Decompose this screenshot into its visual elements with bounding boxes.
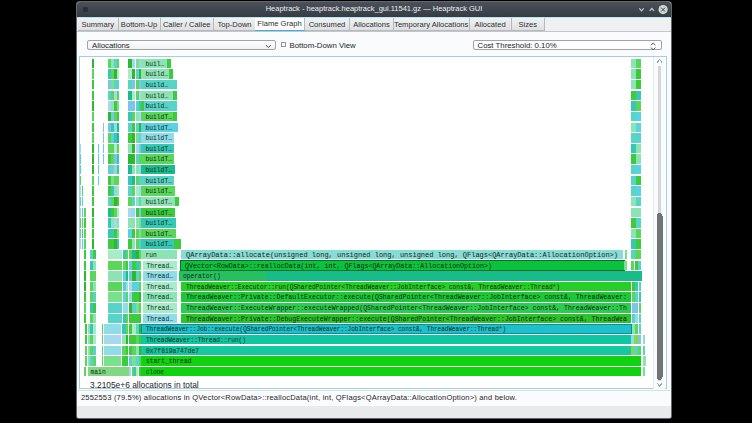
svg-text:buildT…: buildT…	[146, 146, 173, 153]
svg-text:run: run	[146, 252, 158, 259]
svg-text:buildT…: buildT…	[146, 220, 173, 227]
svg-text:0x7f819a747de7: 0x7f819a747de7	[146, 348, 199, 355]
svg-text:start_thread: start_thread	[146, 358, 192, 365]
svg-text:buildT…: buildT…	[146, 188, 173, 195]
svg-text:build…: build…	[146, 93, 169, 100]
svg-text:Thread…: Thread…	[147, 294, 174, 301]
svg-text:Thread…: Thread…	[147, 263, 174, 270]
svg-text:ThreadWeaver::ExecuteWrapper::: ThreadWeaver::ExecuteWrapper::executeWra…	[186, 305, 627, 312]
svg-text:build…: build…	[146, 103, 169, 110]
svg-text:ThreadWeaver::Thread::run(): ThreadWeaver::Thread::run()	[146, 337, 246, 344]
svg-text:buildT…: buildT…	[146, 231, 173, 238]
svg-text:ThreadWeaver::Private::DebugEx: ThreadWeaver::Private::DebugExecuteWrapp…	[186, 316, 627, 323]
svg-text:buil…: buil…	[146, 61, 165, 68]
svg-text:buildT…: buildT…	[146, 199, 173, 206]
svg-text:buildT…: buildT…	[146, 241, 173, 248]
svg-text:Thread…: Thread…	[147, 305, 174, 312]
svg-text:Thread…: Thread…	[147, 316, 174, 323]
svg-text:Thread…: Thread…	[147, 284, 174, 291]
svg-text:buildT…: buildT…	[146, 210, 173, 217]
svg-text:build…: build…	[146, 82, 169, 89]
svg-text:clone: clone	[146, 369, 164, 376]
svg-text:ThreadWeaver::Private::Default: ThreadWeaver::Private::DefaultExecutor::…	[186, 294, 627, 301]
svg-text:ThreadWeaver::Job::execute(QSh: ThreadWeaver::Job::execute(QSharedPointe…	[146, 326, 506, 333]
svg-text:QVector<RowData>::reallocData(: QVector<RowData>::reallocData(int, int, …	[185, 263, 492, 270]
svg-text:ThreadWeaver::Executor::run(QS: ThreadWeaver::Executor::run(QSharedPoint…	[186, 284, 560, 291]
svg-text:buildT…: buildT…	[146, 125, 173, 132]
svg-text:buildT…: buildT…	[146, 156, 173, 163]
svg-text:operator(): operator()	[183, 273, 221, 280]
svg-text:buildT…: buildT…	[146, 114, 173, 121]
svg-text:build…: build…	[146, 71, 169, 78]
svg-text:buildT…: buildT…	[146, 167, 173, 174]
svg-text:buildT…: buildT…	[146, 178, 173, 185]
svg-text:main: main	[91, 369, 106, 376]
svg-text:Thread…: Thread…	[147, 273, 174, 280]
svg-text:buildT…: buildT…	[146, 135, 173, 142]
svg-text:QArrayData::allocate(unsigned: QArrayData::allocate(unsigned long, unsi…	[186, 252, 618, 259]
